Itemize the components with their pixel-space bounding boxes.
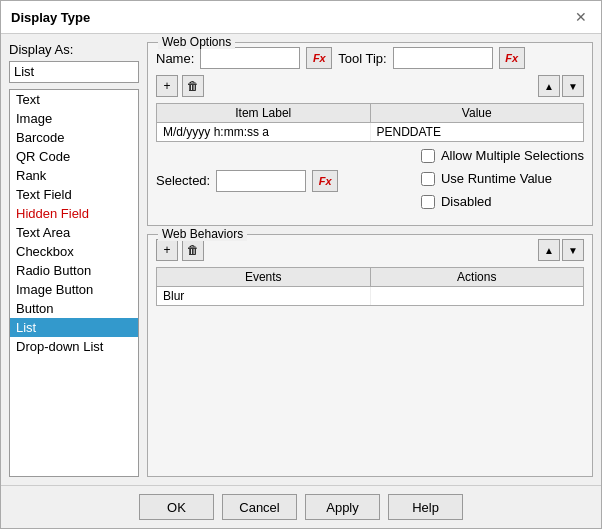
fx-name-button[interactable]: Fx bbox=[306, 47, 332, 69]
web-options-group: Web Options Name: Fx Tool Tip: Fx + 🗑 ▲ bbox=[147, 42, 593, 226]
selected-input[interactable] bbox=[216, 170, 306, 192]
use-runtime-label: Use Runtime Value bbox=[441, 171, 552, 186]
fx-tooltip-button[interactable]: Fx bbox=[499, 47, 525, 69]
item-label-header: Item Label bbox=[157, 104, 371, 122]
tooltip-label: Tool Tip: bbox=[338, 51, 386, 66]
web-behaviors-group: Web Behaviors + 🗑 ▲ ▼ Events Actions bbox=[147, 234, 593, 477]
list-item[interactable]: Image bbox=[10, 109, 138, 128]
right-panel: Web Options Name: Fx Tool Tip: Fx + 🗑 ▲ bbox=[147, 42, 593, 477]
title-bar: Display Type ✕ bbox=[1, 1, 601, 34]
list-item[interactable]: Drop-down List bbox=[10, 337, 138, 356]
web-options-title: Web Options bbox=[158, 35, 235, 49]
list-item[interactable]: Text Area bbox=[10, 223, 138, 242]
list-item[interactable]: List bbox=[10, 318, 138, 337]
action-cell bbox=[371, 287, 584, 305]
web-behaviors-title: Web Behaviors bbox=[158, 227, 247, 241]
fx-selected-button[interactable]: Fx bbox=[312, 170, 338, 192]
help-button[interactable]: Help bbox=[388, 494, 463, 520]
selected-row: Selected: Fx Allow Multiple Selections U… bbox=[156, 148, 584, 213]
close-button[interactable]: ✕ bbox=[571, 7, 591, 27]
list-item[interactable]: Image Button bbox=[10, 280, 138, 299]
selected-label: Selected: bbox=[156, 173, 210, 188]
delete-behavior-button[interactable]: 🗑 bbox=[182, 239, 204, 261]
display-type-dialog: Display Type ✕ Display As: List TextImag… bbox=[0, 0, 602, 529]
list-item[interactable]: Text Field bbox=[10, 185, 138, 204]
disabled-row: Disabled bbox=[421, 194, 584, 209]
list-item[interactable]: Text bbox=[10, 90, 138, 109]
list-item[interactable]: Button bbox=[10, 299, 138, 318]
behaviors-toolbar: + 🗑 ▲ ▼ bbox=[156, 239, 584, 261]
use-runtime-checkbox[interactable] bbox=[421, 172, 435, 186]
add-behavior-button[interactable]: + bbox=[156, 239, 178, 261]
item-label-cell: M/d/yyyy h:mm:ss a bbox=[157, 123, 371, 141]
item-up-button[interactable]: ▲ bbox=[538, 75, 560, 97]
ok-button[interactable]: OK bbox=[139, 494, 214, 520]
behavior-up-button[interactable]: ▲ bbox=[538, 239, 560, 261]
left-panel: Display As: List TextImageBarcodeQR Code… bbox=[9, 42, 139, 477]
behavior-down-button[interactable]: ▼ bbox=[562, 239, 584, 261]
allow-multiple-checkbox[interactable] bbox=[421, 149, 435, 163]
delete-item-button[interactable]: 🗑 bbox=[182, 75, 204, 97]
table-row: Blur bbox=[157, 287, 583, 305]
table-row: M/d/yyyy h:mm:ss a PENDDATE bbox=[157, 123, 583, 141]
events-header: Events bbox=[157, 268, 371, 286]
allow-multiple-row: Allow Multiple Selections bbox=[421, 148, 584, 163]
item-table: Item Label Value M/d/yyyy h:mm:ss a PEND… bbox=[156, 103, 584, 142]
display-as-value: List bbox=[9, 61, 139, 83]
allow-multiple-label: Allow Multiple Selections bbox=[441, 148, 584, 163]
list-item[interactable]: Hidden Field bbox=[10, 204, 138, 223]
tooltip-input[interactable] bbox=[393, 47, 493, 69]
name-tooltip-row: Name: Fx Tool Tip: Fx bbox=[156, 47, 584, 69]
dialog-footer: OK Cancel Apply Help bbox=[1, 485, 601, 528]
disabled-label: Disabled bbox=[441, 194, 492, 209]
disabled-checkbox[interactable] bbox=[421, 195, 435, 209]
dialog-content: Display As: List TextImageBarcodeQR Code… bbox=[1, 34, 601, 485]
name-label: Name: bbox=[156, 51, 194, 66]
list-item[interactable]: Checkbox bbox=[10, 242, 138, 261]
add-item-button[interactable]: + bbox=[156, 75, 178, 97]
value-cell: PENDDATE bbox=[371, 123, 584, 141]
dialog-title: Display Type bbox=[11, 10, 90, 25]
list-item[interactable]: Barcode bbox=[10, 128, 138, 147]
list-item[interactable]: QR Code bbox=[10, 147, 138, 166]
item-arrows: ▲ ▼ bbox=[538, 75, 584, 97]
apply-button[interactable]: Apply bbox=[305, 494, 380, 520]
item-table-header: Item Label Value bbox=[157, 104, 583, 123]
value-header: Value bbox=[371, 104, 584, 122]
event-cell: Blur bbox=[157, 287, 371, 305]
actions-header: Actions bbox=[371, 268, 584, 286]
behavior-arrows: ▲ ▼ bbox=[538, 239, 584, 261]
name-input[interactable] bbox=[200, 47, 300, 69]
list-item[interactable]: Radio Button bbox=[10, 261, 138, 280]
list-item[interactable]: Rank bbox=[10, 166, 138, 185]
behaviors-table-body: Blur bbox=[157, 287, 583, 305]
item-table-toolbar: + 🗑 ▲ ▼ bbox=[156, 75, 584, 97]
display-as-label: Display As: bbox=[9, 42, 139, 57]
use-runtime-row: Use Runtime Value bbox=[421, 171, 584, 186]
behaviors-table-header: Events Actions bbox=[157, 268, 583, 287]
cancel-button[interactable]: Cancel bbox=[222, 494, 297, 520]
behaviors-table: Events Actions Blur bbox=[156, 267, 584, 306]
item-table-body: M/d/yyyy h:mm:ss a PENDDATE bbox=[157, 123, 583, 141]
display-type-list: TextImageBarcodeQR CodeRankText FieldHid… bbox=[9, 89, 139, 477]
item-down-button[interactable]: ▼ bbox=[562, 75, 584, 97]
